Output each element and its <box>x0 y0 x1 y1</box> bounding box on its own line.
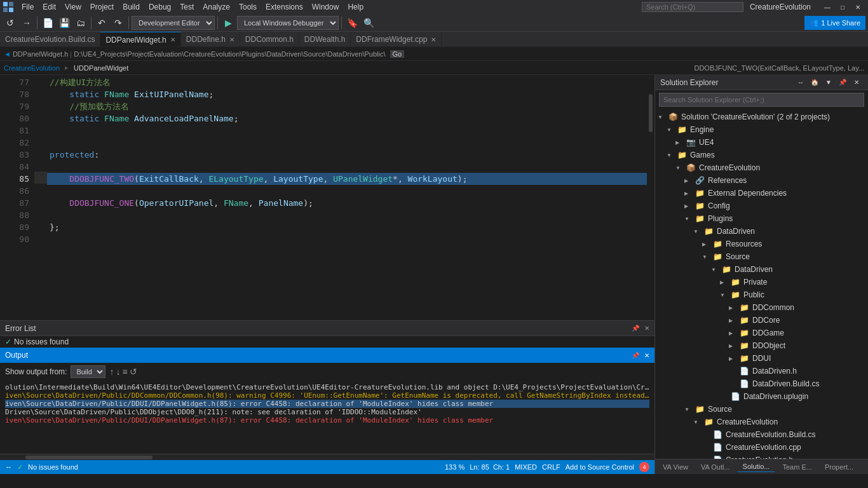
tree-config[interactable]: ▶ 📁 Config <box>655 200 868 212</box>
tree-ce-build[interactable]: ▶ 📄 CreatureEvolution.Build.cs <box>655 428 868 441</box>
tree-ddcore[interactable]: ▶ 📁 DDCore <box>655 314 868 327</box>
output-btn-2[interactable]: ↓ <box>116 367 120 377</box>
tree-source-plugin[interactable]: ▼ 📁 Source <box>655 250 868 263</box>
menu-debug[interactable]: Debug <box>145 1 175 13</box>
redo-button[interactable]: ↷ <box>111 15 126 30</box>
menu-analyze[interactable]: Analyze <box>199 1 234 13</box>
tree-source-project[interactable]: ▼ 📁 Source <box>655 403 868 416</box>
breadcrumb-go-button[interactable]: Go <box>390 50 405 58</box>
tab-dddefine[interactable]: DDDefine.h ✕ <box>181 32 240 47</box>
tab-team-e[interactable]: Team E... <box>777 462 817 472</box>
undo-button[interactable]: ↶ <box>94 15 109 30</box>
tree-ce-source[interactable]: ▼ 📁 CreatureEvolution <box>655 416 868 428</box>
minimize-button[interactable]: — <box>820 0 835 14</box>
tree-solution-root[interactable]: ▼ 📦 Solution 'CreatureEvolution' (2 of 2… <box>655 111 868 123</box>
close-button[interactable]: ✕ <box>850 0 865 14</box>
save-button[interactable]: 💾 <box>57 15 72 30</box>
tab-va-view[interactable]: VA View <box>658 462 693 472</box>
tab-propert[interactable]: Propert... <box>820 462 858 472</box>
output-btn-4[interactable]: ↺ <box>130 367 137 377</box>
debugger-dropdown[interactable]: Local Windows Debugger <box>237 16 339 30</box>
se-filter-button[interactable]: ▼ <box>822 76 835 89</box>
menu-extensions[interactable]: Extensions <box>262 1 307 13</box>
tree-ce-h[interactable]: ▶ 📄 CreatureEvolution.h <box>655 454 868 459</box>
tab-ddpanelwidget[interactable]: DDPanelWidget.h ✕ <box>100 32 180 47</box>
menu-help[interactable]: Help <box>344 1 367 13</box>
forward-button[interactable]: → <box>19 15 34 30</box>
maximize-button[interactable]: □ <box>835 0 850 14</box>
back-button[interactable]: ↺ <box>3 15 18 30</box>
tab-dddefine-close[interactable]: ✕ <box>229 36 234 43</box>
tree-engine[interactable]: ▼ 📁 Engine <box>655 123 868 136</box>
status-zoom[interactable]: 133 % <box>445 463 465 471</box>
editor-scrollbar[interactable] <box>647 75 654 320</box>
new-file-button[interactable]: 📄 <box>40 15 55 30</box>
se-search-input[interactable] <box>659 93 864 107</box>
output-close[interactable]: ✕ <box>644 352 649 359</box>
tree-datadriven-build[interactable]: ▶ 📄 DataDriven.Build.cs <box>655 377 868 390</box>
tree-resources[interactable]: ▶ 📁 Resources <box>655 238 868 250</box>
menu-file[interactable]: File <box>18 1 37 13</box>
menu-project[interactable]: Project <box>86 1 118 13</box>
tab-solutio[interactable]: Solutio... <box>738 461 775 472</box>
tab-ddwealth[interactable]: DDWealth.h <box>299 32 351 47</box>
tab-ddframewidget[interactable]: DDFrameWidget.cpp ✕ <box>351 32 442 47</box>
se-pin-button[interactable]: 📌 <box>836 76 849 89</box>
bookmark-button[interactable]: 🔖 <box>344 15 360 30</box>
tree-datadriven-src[interactable]: ▼ 📁 DataDriven <box>655 263 868 276</box>
output-content[interactable]: olution\Intermediate\Build\Win64\UE4Edit… <box>0 381 654 454</box>
tree-ddui[interactable]: ▶ 📁 DDUI <box>655 352 868 365</box>
src-proj-arrow: ▼ <box>684 407 693 412</box>
output-hscroll[interactable] <box>0 454 654 460</box>
tab-ddcommon[interactable]: DDCommon.h <box>240 32 299 47</box>
sub-tab-func[interactable]: DDOBJFUNC_TWO(ExitCallBack, ELayoutType,… <box>694 64 864 72</box>
code-content[interactable]: //构建UI方法名 static FName ExitUIPanelName; … <box>47 75 647 320</box>
output-btn-3[interactable]: ≡ <box>122 367 127 377</box>
tree-datadriven-h[interactable]: ▶ 📄 DataDriven.h <box>655 365 868 377</box>
menu-test[interactable]: Test <box>176 1 198 13</box>
tab-build-cs[interactable]: CreatureEvolution.Build.cs <box>0 32 100 47</box>
tree-ue4[interactable]: ▶ 📷 UE4 <box>655 136 868 149</box>
status-source-control[interactable]: Add to Source Control <box>566 463 634 471</box>
menu-window[interactable]: Window <box>308 1 343 13</box>
tree-private[interactable]: ▶ 📁 Private <box>655 276 868 288</box>
line-num-88: 88 <box>9 209 29 221</box>
menu-tools[interactable]: Tools <box>235 1 261 13</box>
error-list-pin[interactable]: 📌 <box>632 325 639 332</box>
se-home-button[interactable]: 🏠 <box>808 76 821 89</box>
code-editor[interactable]: 77 78 79 80 81 82 83 84 85 86 87 88 89 9… <box>0 75 654 320</box>
output-btn-1[interactable]: ↑ <box>109 367 114 377</box>
start-button[interactable]: ▶ <box>220 15 236 30</box>
sub-tab-right[interactable]: UDDPanelWidget <box>74 64 128 72</box>
menu-search[interactable] <box>642 2 743 12</box>
tree-plugins[interactable]: ▼ 📁 Plugins <box>655 212 868 225</box>
output-source-select[interactable]: Build <box>71 365 105 378</box>
tree-ce-cpp[interactable]: ▶ 📄 CreatureEvolution.cpp <box>655 441 868 454</box>
sub-tab-left[interactable]: CreatureEvolution <box>4 64 60 72</box>
config-dropdown[interactable]: Development Editor <box>132 16 215 30</box>
tree-ddobject[interactable]: ▶ 📁 DDObject <box>655 339 868 352</box>
tree-ext-deps[interactable]: ▶ 📁 External Dependencies <box>655 187 868 200</box>
tab-va-outl[interactable]: VA Outl... <box>696 462 735 472</box>
tab-ddframewidget-close[interactable]: ✕ <box>431 36 436 43</box>
save-all-button[interactable]: 🗂 <box>73 15 88 30</box>
search-toolbar-button[interactable]: 🔍 <box>361 15 376 30</box>
live-share-button[interactable]: 👥 1 Live Share <box>804 16 865 30</box>
tree-ddgame[interactable]: ▶ 📁 DDGame <box>655 327 868 339</box>
tree-games[interactable]: ▼ 📁 Games <box>655 149 868 161</box>
tree-ddcommon[interactable]: ▶ 📁 DDCommon <box>655 301 868 314</box>
tree-creatureevolution[interactable]: ▼ 📦 CreatureEvolution <box>655 161 868 174</box>
menu-edit[interactable]: Edit <box>39 1 60 13</box>
tree-uplugin[interactable]: ▶ 📄 DataDriven.uplugin <box>655 390 868 403</box>
menu-build[interactable]: Build <box>119 1 144 13</box>
tree-public[interactable]: ▼ 📁 Public <box>655 288 868 301</box>
breadcrumb-arrow: ◄ <box>4 50 11 58</box>
output-pin[interactable]: 📌 <box>632 352 639 359</box>
tree-references[interactable]: ▶ 🔗 References <box>655 174 868 187</box>
menu-view[interactable]: View <box>61 1 85 13</box>
se-close-button[interactable]: ✕ <box>850 76 863 89</box>
tree-datadriven-plugin[interactable]: ▼ 📁 DataDriven <box>655 225 868 238</box>
tab-ddpanelwidget-close[interactable]: ✕ <box>170 36 175 43</box>
error-list-close[interactable]: ✕ <box>644 325 649 332</box>
se-sync-button[interactable]: ↔ <box>794 76 807 89</box>
